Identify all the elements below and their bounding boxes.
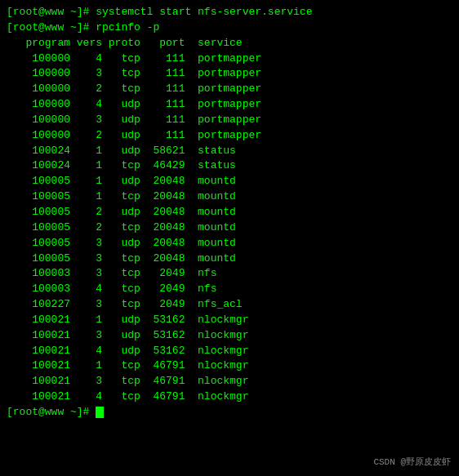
terminal-line: 100000 2 udp 111 portmapper xyxy=(7,128,452,144)
terminal-line: 100000 4 udp 111 portmapper xyxy=(7,97,452,113)
terminal-line: 100000 2 tcp 111 portmapper xyxy=(7,82,452,97)
terminal-line: 100005 1 udp 20048 mountd xyxy=(7,174,452,189)
terminal-line: 100005 2 tcp 20048 mountd xyxy=(7,220,452,236)
terminal-line: [root@www ~]# systemctl start nfs-server… xyxy=(7,5,452,20)
terminal-line: 100005 3 udp 20048 mountd xyxy=(7,236,452,251)
terminal-line: 100021 1 tcp 46791 nlockmgr xyxy=(7,358,452,374)
terminal-line: 100005 3 tcp 20048 mountd xyxy=(7,251,452,267)
terminal-line: [root@www ~]# rpcinfo -p xyxy=(7,20,452,36)
terminal-line: 100005 1 tcp 20048 mountd xyxy=(7,189,452,205)
terminal-line: 100021 4 udp 53162 nlockmgr xyxy=(7,344,452,359)
terminal-line: 100000 3 udp 111 portmapper xyxy=(7,113,452,128)
terminal-line: 100024 1 tcp 46429 status xyxy=(7,158,452,174)
terminal-line: 100021 3 tcp 46791 nlockmgr xyxy=(7,374,452,389)
terminal-line: 100000 4 tcp 111 portmapper xyxy=(7,51,452,67)
terminal-line: program vers proto port service xyxy=(7,36,452,51)
terminal-line: 100003 4 tcp 2049 nfs xyxy=(7,282,452,297)
terminal-line: 100021 1 udp 53162 nlockmgr xyxy=(7,313,452,328)
watermark-text: CSDN @野原皮皮虾 xyxy=(373,456,451,468)
terminal-line: [root@www ~]# xyxy=(7,405,452,420)
terminal-line: 100000 3 tcp 111 portmapper xyxy=(7,66,452,82)
terminal-line: 100227 3 tcp 2049 nfs_acl xyxy=(7,297,452,313)
terminal-cursor xyxy=(96,407,104,418)
terminal-line: 100005 2 udp 20048 mountd xyxy=(7,205,452,220)
terminal-line: 100003 3 tcp 2049 nfs xyxy=(7,266,452,282)
terminal: [root@www ~]# systemctl start nfs-server… xyxy=(7,5,452,420)
terminal-line: 100021 4 tcp 46791 nlockmgr xyxy=(7,389,452,405)
terminal-line: 100024 1 udp 58621 status xyxy=(7,144,452,159)
terminal-line: 100021 3 udp 53162 nlockmgr xyxy=(7,328,452,344)
